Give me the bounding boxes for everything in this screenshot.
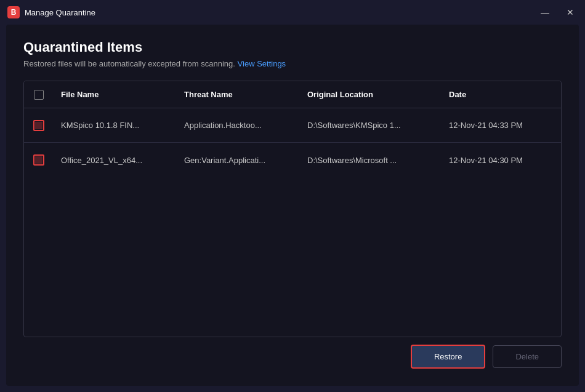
row-filename-2: Office_2021_VL_x64... — [54, 153, 177, 167]
header-checkbox-cell — [24, 90, 54, 100]
window-title: Manage Quarantine — [25, 8, 95, 17]
table-row: Office_2021_VL_x64... Gen:Variant.Applic… — [24, 143, 561, 177]
row-checkbox-2[interactable] — [33, 154, 44, 166]
row-checkbox-1[interactable] — [33, 120, 44, 131]
main-content: Quarantined Items Restored files will be… — [6, 25, 579, 386]
row-location-1: D:\Softwares\KMSpico 1... — [300, 118, 442, 132]
title-bar: B Manage Quarantine — ✕ — [0, 0, 585, 25]
app-icon: B — [7, 6, 20, 18]
col-filename: File Name — [54, 87, 177, 102]
table-header: File Name Threat Name Original Location … — [24, 81, 561, 108]
col-threatname: Threat Name — [177, 87, 300, 102]
table-body: KMSpico 10.1.8 FIN... Application.Hackto… — [24, 108, 561, 337]
select-all-checkbox[interactable] — [34, 90, 44, 100]
delete-button[interactable]: Delete — [493, 345, 562, 368]
subtitle: Restored files will be automatically exc… — [23, 59, 562, 68]
col-location: Original Location — [300, 87, 442, 102]
view-settings-link[interactable]: View Settings — [238, 59, 286, 68]
row-date-1: 12-Nov-21 04:33 PM — [442, 118, 540, 132]
row-threat-2: Gen:Variant.Applicati... — [177, 153, 300, 167]
restore-button[interactable]: Restore — [411, 345, 486, 369]
page-title: Quarantined Items — [23, 39, 562, 55]
minimize-button[interactable]: — — [537, 7, 553, 18]
subtitle-text: Restored files will be automatically exc… — [23, 59, 235, 68]
col-date: Date — [442, 87, 540, 102]
quarantine-table: File Name Threat Name Original Location … — [23, 81, 562, 337]
row-threat-1: Application.Hacktoo... — [177, 118, 300, 132]
title-bar-controls: — ✕ — [537, 7, 578, 18]
title-bar-left: B Manage Quarantine — [7, 6, 95, 18]
row-filename-1: KMSpico 10.1.8 FIN... — [54, 118, 177, 132]
bottom-bar: Restore Delete — [23, 337, 562, 371]
table-row: KMSpico 10.1.8 FIN... Application.Hackto… — [24, 108, 561, 143]
row-checkbox-cell — [24, 154, 54, 166]
row-location-2: D:\Softwares\Microsoft ... — [300, 153, 442, 167]
close-button[interactable]: ✕ — [563, 7, 578, 18]
row-date-2: 12-Nov-21 04:30 PM — [442, 153, 540, 167]
row-checkbox-cell — [24, 120, 54, 131]
